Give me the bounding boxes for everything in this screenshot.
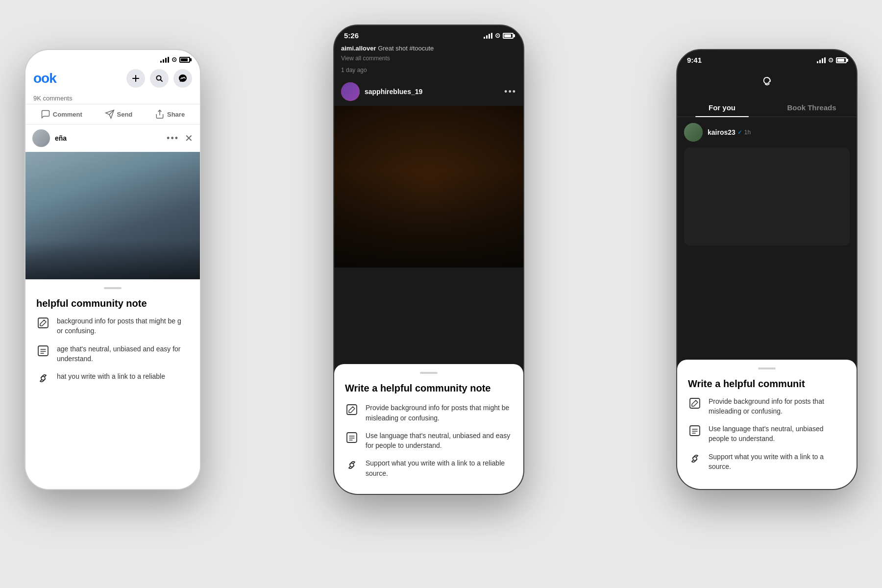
fb-note-item-1: background info for posts that might be … [36,316,189,336]
fb-add-button[interactable] [126,69,145,88]
ig-note-item-1-text: Provide background info for posts that m… [366,403,513,423]
fb-post-header: eña ••• ✕ [25,124,200,152]
fb-logo: ook [33,71,56,86]
fb-messenger-button[interactable] [173,69,192,88]
ig-battery-icon [503,33,514,39]
fb-sheet-handle [104,287,122,289]
fb-battery-icon [179,57,190,63]
fb-list-icon [36,344,50,358]
threads-tabs: For you Book Threads [677,98,857,117]
ig-post-user: sapphireblues_19 [341,82,422,101]
ig-edit-icon [345,403,359,416]
fb-share-label: Share [167,111,185,118]
ig-comment-username: aimi.allover [341,45,376,52]
threads-status-time: 9:41 [687,56,702,64]
threads-wifi-icon: ⊙ [828,56,833,64]
threads-note-item-3: Support what you write with a link to a … [688,452,846,472]
ig-sheet-title: Write a helpful community note [345,383,513,394]
threads-post-header: kairos23 ✓ 1h [677,117,857,147]
fb-action-buttons [126,69,192,88]
threads-tab-for-you[interactable]: For you [677,98,767,117]
threads-dark-spacer [677,245,857,360]
fb-more-dots[interactable]: ••• [167,133,179,144]
fb-signal-icon [160,57,169,63]
fb-header: ook [25,66,200,93]
ig-wifi-icon: ⊙ [495,32,500,39]
ig-view-comments[interactable]: View all comments [334,53,523,66]
fb-send-label: Send [117,111,133,118]
ig-timestamp: 1 day ago [334,66,523,77]
ig-link-icon [345,458,359,472]
threads-list-icon [688,424,702,438]
fb-post-avatar [32,129,50,147]
ig-note-item-2-text: Use language that's neutral, unbiased an… [366,431,513,451]
fb-search-button[interactable] [150,69,169,88]
ig-status-icons: ⊙ [484,32,514,39]
threads-sheet-title: Write a helpful communit [688,378,846,390]
fb-note-item-3-text: hat you write with a link to a reliable [57,371,165,381]
svg-line-3 [161,80,163,82]
ig-more-dots[interactable]: ••• [504,87,516,97]
ig-post-avatar [341,82,360,101]
threads-note-item-1-text: Provide background info for posts that m… [709,396,846,416]
fb-action-bar: Comment Send Share [25,104,200,124]
threads-note-item-2-text: Use language that's neutral, unbiased pe… [709,424,846,444]
threads-status-bar: 9:41 ⊙ [677,50,857,67]
fb-comment-action[interactable]: Comment [41,109,82,119]
threads-bottom-sheet: Write a helpful communit Provide backgro… [677,360,857,490]
threads-note-item-3-text: Support what you write with a link to a … [709,452,846,472]
ig-note-item-2: Use language that's neutral, unbiased an… [345,431,513,451]
threads-battery-icon [836,57,847,63]
fb-post-username: eña [55,134,67,142]
threads-status-icons: ⊙ [817,56,847,64]
ig-status-time: 5:26 [344,31,359,40]
ig-note-item-3-text: Support what you write with a link to a … [366,458,513,478]
threads-post-username: kairos23 [708,128,735,136]
svg-rect-15 [690,398,700,408]
svg-rect-6 [38,346,48,356]
ig-post-header: sapphireblues_19 ••• [334,77,523,106]
ig-sheet-handle [420,372,438,374]
svg-rect-5 [38,318,48,328]
fb-post-user: eña [32,129,67,147]
fb-post-header-actions: ••• ✕ [167,132,193,144]
fb-status-bar: ⊙ [25,50,200,66]
fb-edit-icon [36,316,50,330]
ig-list-icon [345,431,359,444]
threads-note-item-2: Use language that's neutral, unbiased pe… [688,424,846,444]
threads-verified-badge: ✓ [737,129,742,136]
fb-note-item-2: age that's neutral, unbiased and easy fo… [36,344,189,364]
ig-post-media [334,106,523,268]
ig-note-item-3: Support what you write with a link to a … [345,458,513,478]
fb-share-action[interactable]: Share [155,109,185,119]
fb-send-action[interactable]: Send [105,109,133,119]
threads-link-icon [688,452,702,466]
ig-bottom-sheet: Write a helpful community note Provide b… [334,364,523,494]
fb-bottom-sheet: helpful community note background info f… [25,279,200,489]
threads-sheet-handle [758,368,776,369]
fb-status-icons: ⊙ [160,56,190,63]
threads-logo-area [677,67,857,98]
phone-facebook: ⊙ ook [24,49,201,490]
fb-link-icon [36,371,50,385]
threads-note-item-1: Provide background info for posts that m… [688,396,846,416]
threads-post-avatar [684,123,703,142]
threads-post-user-info: kairos23 ✓ 1h [708,128,751,136]
ig-comment-text: Great shot #toocute [378,45,434,52]
ig-post-username: sapphireblues_19 [365,88,422,96]
fb-note-item-3: hat you write with a link to a reliable [36,371,189,385]
fb-wifi-icon: ⊙ [172,56,177,63]
threads-tab-book-threads[interactable]: Book Threads [767,98,857,117]
threads-post-content [684,147,850,245]
threads-logo-icon [757,71,777,92]
svg-rect-10 [347,405,357,415]
ig-signal-icon [484,33,492,39]
phone-threads: 9:41 ⊙ [676,49,858,490]
fb-comments-count: 9K comments [25,93,200,104]
threads-edit-icon [688,396,702,410]
fb-close-button[interactable]: ✕ [185,132,193,144]
threads-post-time: 1h [744,129,751,136]
phone-instagram: 5:26 ⊙ aimi.allover Great shot #toocute … [333,24,524,495]
threads-signal-icon [817,57,826,63]
fb-comment-label: Comment [53,111,82,118]
